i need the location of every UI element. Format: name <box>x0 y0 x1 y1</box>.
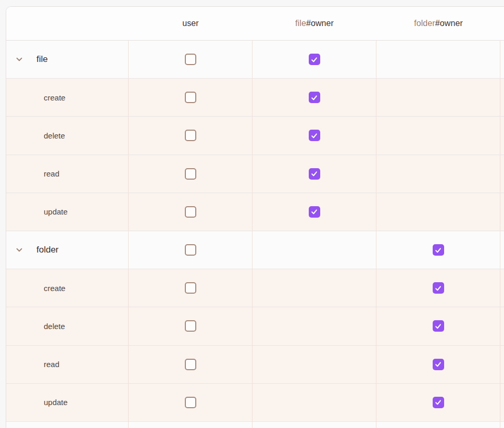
permissions-table: user file#owner folder#owner file create… <box>6 6 504 428</box>
header-label: user <box>182 19 199 28</box>
entity-label: folder <box>36 245 59 255</box>
checkbox[interactable] <box>185 54 196 65</box>
row-label-cell: update <box>6 384 129 421</box>
action-row-update: update <box>6 193 504 231</box>
cell-clipped <box>500 41 504 78</box>
checkbox[interactable] <box>185 168 196 180</box>
action-label: read <box>44 360 59 369</box>
cell-file-owner <box>253 231 376 269</box>
cell-clipped <box>500 231 504 269</box>
action-label: create <box>44 284 66 293</box>
row-label-cell: update <box>6 193 129 231</box>
action-label: update <box>44 207 68 216</box>
cell-file-owner <box>253 384 376 421</box>
cell-file-owner <box>253 422 376 428</box>
row-label-cell: folder <box>6 231 129 269</box>
header-cell-user: user <box>129 7 253 40</box>
checkbox[interactable] <box>185 397 196 408</box>
header-cell-empty <box>6 7 129 40</box>
row-label-cell: delete <box>6 307 129 345</box>
checkbox[interactable] <box>309 206 320 218</box>
chevron-down-icon[interactable] <box>15 245 24 255</box>
cell-user <box>129 269 253 307</box>
cell-user <box>129 155 253 193</box>
chevron-down-icon[interactable] <box>15 55 24 64</box>
checkbox[interactable] <box>185 130 196 141</box>
cell-user <box>129 79 253 116</box>
checkbox[interactable] <box>433 244 444 256</box>
cell-folder-owner <box>376 384 500 421</box>
cell-user <box>129 346 253 383</box>
action-row-delete: delete <box>6 307 504 345</box>
cell-user <box>129 117 253 154</box>
header-cell-clipped <box>500 7 504 40</box>
action-label: delete <box>44 131 65 140</box>
action-label: read <box>44 169 59 178</box>
checkbox[interactable] <box>185 206 196 218</box>
row-label-cell: file <box>6 41 129 78</box>
checkmark-icon <box>434 398 442 406</box>
action-row-delete: delete <box>6 117 504 155</box>
cell-folder-owner <box>376 193 500 231</box>
cell-clipped <box>500 307 504 345</box>
checkbox[interactable] <box>433 320 444 332</box>
checkbox[interactable] <box>309 130 320 141</box>
cell-folder-owner <box>376 79 500 116</box>
checkbox[interactable] <box>185 359 196 370</box>
checkbox[interactable] <box>309 92 320 103</box>
header-prefix: folder <box>414 19 435 28</box>
row-label-cell: create <box>6 269 129 307</box>
entity-row-file: file <box>6 41 504 79</box>
cell-user <box>129 193 253 231</box>
cell-folder-owner <box>376 422 500 428</box>
cell-file-owner <box>253 193 376 231</box>
action-row-read: read <box>6 346 504 384</box>
cell-clipped <box>500 117 504 154</box>
row-label-cell: read <box>6 155 129 193</box>
checkbox[interactable] <box>185 282 196 294</box>
cell-file-owner <box>253 346 376 383</box>
checkmark-icon <box>310 94 318 102</box>
action-label: create <box>44 93 66 102</box>
action-row-create: create <box>6 269 504 307</box>
cell-user <box>129 307 253 345</box>
cell-folder-owner <box>376 307 500 345</box>
checkbox[interactable] <box>433 282 444 294</box>
cell-file-owner <box>253 307 376 345</box>
cell-user <box>129 231 253 269</box>
row-label-cell: read <box>6 346 129 383</box>
cell-clipped <box>500 155 504 193</box>
checkmark-icon <box>434 360 442 368</box>
cell-clipped <box>500 79 504 116</box>
cell-folder-owner <box>376 155 500 193</box>
checkbox[interactable] <box>433 359 444 370</box>
checkbox[interactable] <box>309 168 320 180</box>
cell-file-owner <box>253 79 376 116</box>
checkbox[interactable] <box>185 320 196 332</box>
checkbox[interactable] <box>185 244 196 256</box>
cell-user <box>129 384 253 421</box>
action-row-create: create <box>6 79 504 117</box>
checkbox[interactable] <box>309 54 320 65</box>
row-label-cell: create <box>6 79 129 116</box>
cell-user <box>129 422 253 428</box>
table-header: user file#owner folder#owner <box>6 7 504 41</box>
checkmark-icon <box>434 322 442 330</box>
checkmark-icon <box>434 246 442 254</box>
checkbox[interactable] <box>185 92 196 103</box>
entity-row-partial <box>6 422 504 428</box>
entity-row-folder: folder <box>6 231 504 269</box>
permissions-page: user file#owner folder#owner file create… <box>0 0 504 428</box>
cell-clipped <box>500 384 504 421</box>
cell-folder-owner <box>376 117 500 154</box>
header-cell-file-owner: file#owner <box>253 7 376 40</box>
row-label-cell: delete <box>6 117 129 154</box>
cell-file-owner <box>253 155 376 193</box>
action-row-read: read <box>6 155 504 193</box>
checkbox[interactable] <box>433 397 444 408</box>
cell-clipped <box>500 269 504 307</box>
entity-label: file <box>36 54 48 65</box>
header-label: #owner <box>435 19 463 28</box>
cell-folder-owner <box>376 269 500 307</box>
header-prefix: file <box>295 19 306 28</box>
